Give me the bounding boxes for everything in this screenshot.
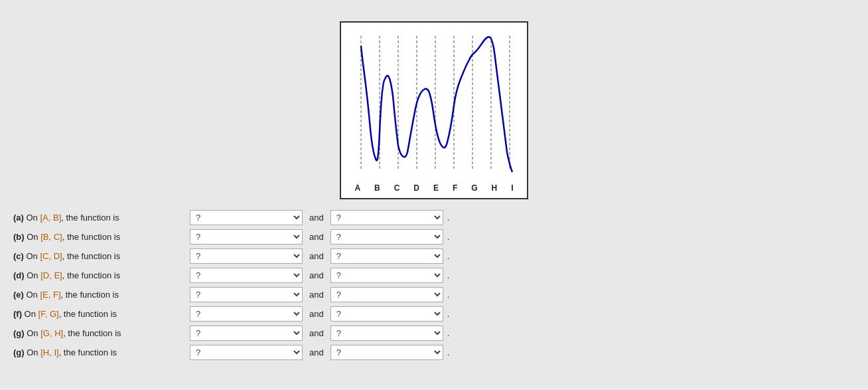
direction-select-4[interactable]: ?increasingdecreasing	[330, 287, 443, 302]
direction-select-3[interactable]: ?increasingdecreasing	[330, 268, 443, 283]
and-text-3: and	[309, 270, 324, 280]
row-end-dot-3: .	[447, 270, 450, 280]
concavity-select-7[interactable]: ?concave upconcave down	[190, 345, 303, 360]
label-I: I	[511, 183, 513, 193]
question-label-6: (g) On [G, H], the function is	[13, 328, 186, 338]
part-letter-2: (c)	[13, 251, 27, 261]
and-text-2: and	[309, 251, 324, 261]
graph-box: A B C D E F G H I	[340, 21, 528, 199]
question-label-5: (f) On [F, G], the function is	[13, 309, 186, 319]
question-row-1: (b) On [B, C], the function is?concave u…	[13, 229, 855, 244]
direction-select-1[interactable]: ?increasingdecreasing	[330, 229, 443, 244]
part-letter-1: (b)	[13, 232, 27, 242]
row-end-dot-7: .	[447, 347, 450, 357]
interval-label-6: [G, H]	[40, 328, 63, 338]
concavity-select-4[interactable]: ?concave upconcave down	[190, 287, 303, 302]
question-label-4: (e) On [E, F], the function is	[13, 290, 186, 300]
and-text-6: and	[309, 328, 324, 338]
row-end-dot-5: .	[447, 309, 450, 319]
concavity-select-2[interactable]: ?concave upconcave down	[190, 248, 303, 264]
label-E: E	[433, 183, 439, 193]
interval-label-1: [B, C]	[40, 232, 62, 242]
question-row-3: (d) On [D, E], the function is?concave u…	[13, 268, 855, 283]
direction-select-7[interactable]: ?increasingdecreasing	[330, 345, 443, 360]
question-label-3: (d) On [D, E], the function is	[13, 270, 186, 280]
concavity-select-6[interactable]: ?concave upconcave down	[190, 326, 303, 341]
function-graph	[348, 29, 520, 182]
question-row-6: (g) On [G, H], the function is?concave u…	[13, 326, 855, 341]
label-G: G	[471, 183, 477, 193]
interval-label-2: [C, D]	[40, 251, 62, 261]
label-D: D	[413, 183, 419, 193]
question-row-2: (c) On [C, D], the function is?concave u…	[13, 248, 855, 264]
part-letter-3: (d)	[13, 270, 27, 280]
concavity-select-3[interactable]: ?concave upconcave down	[190, 268, 303, 283]
direction-select-2[interactable]: ?increasingdecreasing	[330, 248, 443, 264]
direction-select-6[interactable]: ?increasingdecreasing	[330, 326, 443, 341]
concavity-select-0[interactable]: ?concave upconcave down	[190, 210, 303, 225]
interval-label-0: [A, B]	[40, 213, 61, 223]
row-end-dot-0: .	[447, 213, 450, 223]
direction-select-5[interactable]: ?increasingdecreasing	[330, 306, 443, 322]
graph-container: A B C D E F G H I	[13, 21, 855, 199]
interval-label-4: [E, F]	[40, 290, 60, 300]
part-letter-7: (g)	[13, 347, 27, 357]
part-letter-4: (e)	[13, 290, 27, 300]
and-text-1: and	[309, 232, 324, 242]
question-label-2: (c) On [C, D], the function is	[13, 251, 186, 261]
question-label-7: (g) On [H, I], the function is	[13, 347, 186, 357]
question-row-7: (g) On [H, I], the function is?concave u…	[13, 345, 855, 360]
part-letter-0: (a)	[13, 213, 27, 223]
question-row-5: (f) On [F, G], the function is?concave u…	[13, 306, 855, 322]
interval-label-3: [D, E]	[40, 270, 62, 280]
row-end-dot-6: .	[447, 328, 450, 338]
and-text-0: and	[309, 213, 324, 223]
label-H: H	[492, 183, 498, 193]
row-end-dot-4: .	[447, 290, 450, 300]
question-row-4: (e) On [E, F], the function is?concave u…	[13, 287, 855, 302]
and-text-7: and	[309, 347, 324, 357]
label-B: B	[374, 183, 380, 193]
row-end-dot-1: .	[447, 232, 450, 242]
direction-select-0[interactable]: ?increasingdecreasing	[330, 210, 443, 225]
axis-labels: A B C D E F G H I	[348, 182, 520, 193]
label-A: A	[354, 183, 360, 193]
row-end-dot-2: .	[447, 251, 450, 261]
question-label-0: (a) On [A, B], the function is	[13, 213, 186, 223]
and-text-5: and	[309, 309, 324, 319]
question-label-1: (b) On [B, C], the function is	[13, 232, 186, 242]
questions: (a) On [A, B], the function is?concave u…	[13, 210, 855, 360]
label-F: F	[453, 183, 457, 193]
and-text-4: and	[309, 290, 324, 300]
interval-label-5: [F, G]	[38, 309, 59, 319]
part-letter-6: (g)	[13, 328, 27, 338]
concavity-select-1[interactable]: ?concave upconcave down	[190, 229, 303, 244]
label-C: C	[394, 183, 400, 193]
concavity-select-5[interactable]: ?concave upconcave down	[190, 306, 303, 322]
question-row-0: (a) On [A, B], the function is?concave u…	[13, 210, 855, 225]
interval-label-7: [H, I]	[40, 347, 58, 357]
part-letter-5: (f)	[13, 309, 25, 319]
